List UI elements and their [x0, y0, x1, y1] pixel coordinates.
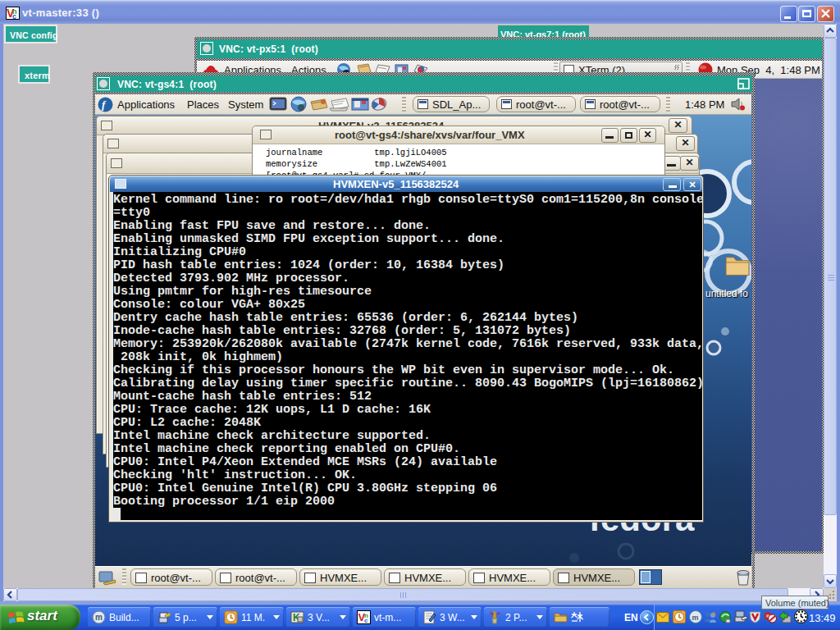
svg-text:c: c: [364, 617, 368, 624]
svg-text:m: m: [95, 613, 103, 622]
svg-text:c: c: [12, 12, 16, 20]
svg-text:m: m: [692, 614, 699, 622]
